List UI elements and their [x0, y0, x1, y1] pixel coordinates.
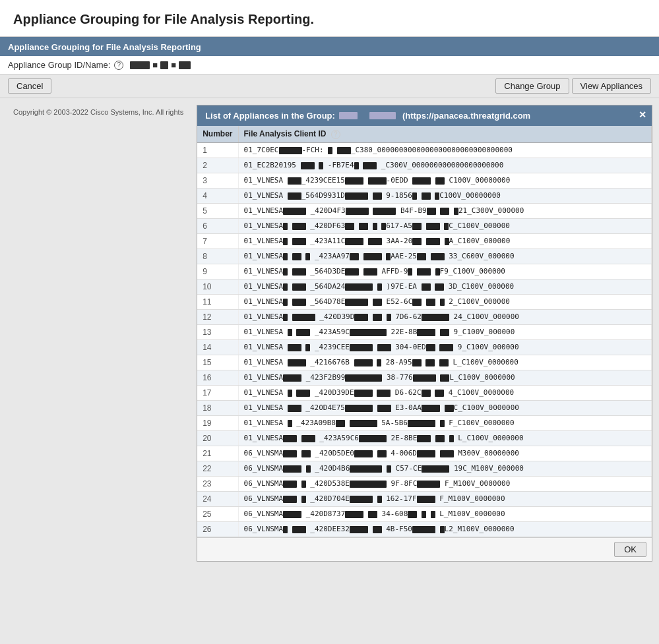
- list-header: List of Appliances in the Group: (https:…: [197, 105, 652, 126]
- row-number: 2: [197, 158, 238, 173]
- row-client-id: 01_EC2B20195 -FB7E4 _C300V_0000000000000…: [238, 158, 651, 173]
- row-number: 6: [197, 218, 238, 233]
- row-client-id: 01_VLNESA _4239CEE 304-0ED 9_C100V_00000…: [238, 339, 651, 355]
- row-client-id: 01_VLNESA _423A11C 3AA-20 A_C100V_000000: [238, 233, 651, 249]
- row-number: 7: [197, 233, 238, 249]
- right-buttons: Change Group View Appliances: [495, 78, 651, 94]
- table-row: 201_EC2B20195 -FB7E4 _C300V_000000000000…: [197, 158, 651, 173]
- row-client-id: 01_VLNESA _564DA24 )97E-EA 3D_C100V_0000…: [238, 279, 651, 294]
- copyright-text: Copyright © 2003-2022 Cisco Systems, Inc…: [7, 105, 190, 562]
- row-number: 16: [197, 370, 238, 385]
- list-header-id2: [369, 112, 396, 119]
- page-wrapper: Appliance Grouping for File Analysis Rep…: [0, 0, 659, 644]
- table-row: 2406_VLNSMA _420D704E 162-17F F_M100V_00…: [197, 491, 651, 506]
- action-row: Cancel Change Group View Appliances: [0, 74, 659, 98]
- table-body: 101_7C0EC-FCH: _C380_0000000000000000000…: [197, 142, 651, 537]
- table-row: 1501_VLNESA _4216676B 28-A95 L_C100V_000…: [197, 355, 651, 370]
- content-area: Copyright © 2003-2022 Cisco Systems, Inc…: [0, 98, 659, 568]
- row-number: 9: [197, 264, 238, 279]
- group-id-label: Appliance Group ID/Name:: [8, 60, 110, 70]
- row-number: 24: [197, 491, 238, 506]
- table-row: 101_7C0EC-FCH: _C380_0000000000000000000…: [197, 142, 651, 158]
- row-number: 20: [197, 430, 238, 446]
- help-icon[interactable]: ?: [114, 61, 123, 70]
- row-client-id: 06_VLNSMA _420D4B6 C57-CE 19C_M100V_0000…: [238, 461, 651, 476]
- row-number: 22: [197, 461, 238, 476]
- group-id-row: Appliance Group ID/Name: ? ■ ■: [0, 56, 659, 74]
- row-client-id: 01_VLNESA _423A09B8 5A-5B6 F_C100V_00000…: [238, 415, 651, 430]
- table-row: 701_VLNESA _423A11C 3AA-20 A_C100V_00000…: [197, 233, 651, 249]
- row-number: 5: [197, 203, 238, 218]
- row-number: 11: [197, 294, 238, 309]
- row-client-id: 06_VLNSMA _420D5DE0 4-006D M300V_0000000…: [238, 446, 651, 461]
- row-client-id: 01_VLNESA _4239CEE15 -0EDD C100V_0000000…: [238, 173, 651, 188]
- row-number: 26: [197, 521, 238, 537]
- row-client-id: 06_VLNSMA _420D8737 34-608 L_M100V_00000…: [238, 506, 651, 521]
- table-row: 1201_VLNESA _420D39D 7D6-62 24_C100V_000…: [197, 309, 651, 324]
- table-row: 2606_VLNSMA _420DEE32 4B-F50 L2_M100V_00…: [197, 521, 651, 537]
- close-icon[interactable]: ✕: [639, 109, 646, 120]
- table-row: 2206_VLNSMA _420D4B6 C57-CE 19C_M100V_00…: [197, 461, 651, 476]
- table-row: 1601_VLNESA _423F2B99 38-776 L_C100V_000…: [197, 370, 651, 385]
- row-client-id: 01_VLNESA _4216676B 28-A95 L_C100V_00000…: [238, 355, 651, 370]
- footer-row: OK: [197, 537, 652, 561]
- row-number: 25: [197, 506, 238, 521]
- client-id-help-icon[interactable]: ?: [331, 130, 340, 139]
- table-row: 401_VLNESA _564D9931D 9-1856 C100V_00000…: [197, 188, 651, 203]
- cancel-button[interactable]: Cancel: [8, 78, 51, 94]
- row-number: 19: [197, 415, 238, 430]
- row-number: 21: [197, 446, 238, 461]
- main-panel: Appliance Grouping for File Analysis Rep…: [0, 37, 659, 568]
- table-row: 1301_VLNESA _423A59C 22E-8B 9_C100V_0000…: [197, 324, 651, 339]
- group-id-value-3: [179, 61, 191, 69]
- row-number: 14: [197, 339, 238, 355]
- change-group-button[interactable]: Change Group: [495, 78, 569, 94]
- table-row: 301_VLNESA _4239CEE15 -0EDD C100V_000000…: [197, 173, 651, 188]
- row-client-id: 01_VLNESA _564D9931D 9-1856 C100V_000000…: [238, 188, 651, 203]
- table-row: 601_VLNESA _420DF63 617-A5 C_C100V_00000…: [197, 218, 651, 233]
- table-row: 2506_VLNSMA _420D8737 34-608 L_M100V_000…: [197, 506, 651, 521]
- view-appliances-button[interactable]: View Appliances: [572, 78, 651, 94]
- row-client-id: 01_VLNESA _420D39DE D6-62C 4_C100V_00000…: [238, 385, 651, 400]
- row-client-id: 01_VLNESA _420DF63 617-A5 C_C100V_000000: [238, 218, 651, 233]
- row-client-id: 06_VLNSMA _420D704E 162-17F F_M100V_0000…: [238, 491, 651, 506]
- group-id-value-1: [130, 61, 150, 69]
- page-title: Appliance Grouping for File Analysis Rep…: [0, 0, 659, 37]
- row-client-id: 06_VLNSMA _420DEE32 4B-F50 L2_M100V_0000…: [238, 521, 651, 537]
- row-client-id: 01_7C0EC-FCH: _C380_00000000000000000000…: [238, 142, 651, 158]
- row-number: 18: [197, 400, 238, 415]
- row-client-id: 01_VLNESA _420D4F3 B4F-B9 21_C300V_00000…: [238, 203, 651, 218]
- list-header-url: (https://panacea.threatgrid.com: [402, 111, 530, 121]
- row-number: 4: [197, 188, 238, 203]
- row-client-id: 01_VLNESA _564D78E E52-6C 2_C100V_000000: [238, 294, 651, 309]
- row-number: 17: [197, 385, 238, 400]
- row-client-id: 01_VLNESA _423A59C 22E-8B 9_C100V_000000: [238, 324, 651, 339]
- col-client-id: File Analysis Client ID ?: [238, 126, 651, 142]
- appliances-table: Number File Analysis Client ID ? 101_7C0…: [197, 126, 652, 537]
- table-header-row: Number File Analysis Client ID ?: [197, 126, 651, 142]
- table-row: 1101_VLNESA _564D78E E52-6C 2_C100V_0000…: [197, 294, 651, 309]
- list-panel: List of Appliances in the Group: (https:…: [197, 105, 652, 562]
- group-id-value-2: [160, 61, 168, 69]
- table-row: 2106_VLNSMA _420D5DE0 4-006D M300V_00000…: [197, 446, 651, 461]
- row-client-id: 01_VLNESA _564D3DE AFFD-9 F9_C100V_00000…: [238, 264, 651, 279]
- table-row: 2001_VLNESA _423A59C6 2E-8BE L_C100V_000…: [197, 430, 651, 446]
- row-client-id: 01_VLNESA _423A59C6 2E-8BE L_C100V_00000…: [238, 430, 651, 446]
- ok-button[interactable]: OK: [614, 542, 646, 557]
- row-client-id: 01_VLNESA _420D39D 7D6-62 24_C100V_00000…: [238, 309, 651, 324]
- row-client-id: 06_VLNSMA _420D538E 9F-8FC F_M100V_00000…: [238, 476, 651, 491]
- table-row: 1801_VLNESA _420D4E75 E3-0AA C_C100V_000…: [197, 400, 651, 415]
- table-row: 1401_VLNESA _4239CEE 304-0ED 9_C100V_000…: [197, 339, 651, 355]
- table-row: 1901_VLNESA _423A09B8 5A-5B6 F_C100V_000…: [197, 415, 651, 430]
- row-number: 8: [197, 249, 238, 264]
- row-number: 3: [197, 173, 238, 188]
- row-number: 10: [197, 279, 238, 294]
- group-id-separator2: ■: [171, 60, 176, 70]
- table-row: 501_VLNESA _420D4F3 B4F-B9 21_C300V_0000…: [197, 203, 651, 218]
- group-id-separator: ■: [152, 60, 158, 70]
- row-client-id: 01_VLNESA _420D4E75 E3-0AA C_C100V_00000…: [238, 400, 651, 415]
- table-container[interactable]: Number File Analysis Client ID ? 101_7C0…: [197, 126, 652, 537]
- row-client-id: 01_VLNESA _423AA97 AAE-25 33_C600V_00000…: [238, 249, 651, 264]
- row-number: 15: [197, 355, 238, 370]
- row-number: 13: [197, 324, 238, 339]
